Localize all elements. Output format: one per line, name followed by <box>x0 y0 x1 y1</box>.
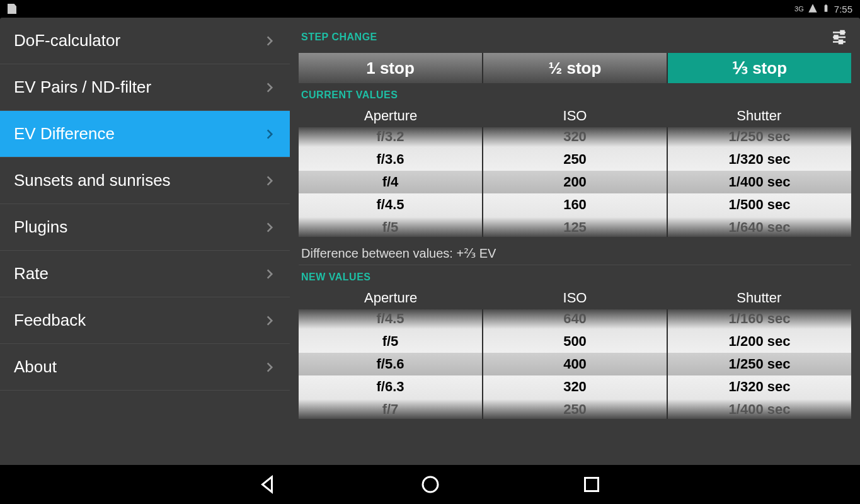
picker-row: 200 <box>483 171 667 193</box>
android-navbar <box>0 465 860 504</box>
home-button[interactable] <box>419 473 442 496</box>
new-pickers: f/4.5f/5f/5.6f/6.3f/76405004003202501/16… <box>299 309 851 419</box>
sidebar-item-label: Rate <box>14 264 49 284</box>
sd-card-icon <box>8 4 16 14</box>
step-change-label: STEP CHANGE <box>301 32 377 43</box>
chevron-right-icon <box>263 171 276 190</box>
picker-row: f/4.5 <box>299 309 482 330</box>
sidebar: DoF-calculatorEV Pairs / ND-filterEV Dif… <box>0 18 290 465</box>
sidebar-item-ev-pairs-nd-filter[interactable]: EV Pairs / ND-filter <box>0 64 290 111</box>
sidebar-item-about[interactable]: About <box>0 344 290 391</box>
sidebar-item-label: EV Pairs / ND-filter <box>14 77 151 97</box>
chevron-right-icon <box>263 78 276 97</box>
picker-row: 320 <box>483 127 667 148</box>
picker-row: 1/640 sec <box>668 216 851 237</box>
picker-row: f/4.5 <box>299 193 482 216</box>
new-headers: Aperture ISO Shutter <box>299 287 851 309</box>
current-headers: Aperture ISO Shutter <box>299 105 851 127</box>
sidebar-item-plugins[interactable]: Plugins <box>0 204 290 251</box>
recents-button[interactable] <box>580 473 603 496</box>
main-pane: STEP CHANGE 1 stop½ stop⅓ stop CURRENT V… <box>290 18 860 465</box>
current-values-label: CURRENT VALUES <box>299 86 851 105</box>
picker-row: f/7 <box>299 398 482 419</box>
difference-text: Difference between values: +⅔ EV <box>299 237 851 265</box>
picker-row: 1/250 sec <box>668 127 851 148</box>
picker-row: f/3.2 <box>299 127 482 148</box>
step-option-2[interactable]: ⅓ stop <box>668 53 851 83</box>
header-shutter: Shutter <box>667 108 851 124</box>
svg-rect-5 <box>839 40 842 43</box>
svg-rect-1 <box>841 31 844 34</box>
picker-row: 1/400 sec <box>668 398 851 419</box>
network-indicator: 3G <box>794 5 804 13</box>
picker-row: 400 <box>483 353 667 375</box>
new-values-label: NEW VALUES <box>299 265 851 287</box>
svg-rect-3 <box>835 36 838 39</box>
picker-row: 1/320 sec <box>668 148 851 171</box>
picker-row: f/5.6 <box>299 353 482 375</box>
chevron-right-icon <box>263 32 276 50</box>
signal-icon <box>808 3 818 15</box>
picker-row: 1/200 sec <box>668 330 851 353</box>
header-iso: ISO <box>483 290 667 306</box>
sidebar-item-label: Feedback <box>14 311 86 330</box>
header-shutter: Shutter <box>667 290 851 306</box>
chevron-right-icon <box>263 358 276 377</box>
status-bar: 3G 7:55 <box>0 0 860 18</box>
battery-icon <box>822 3 830 15</box>
step-option-1[interactable]: ½ stop <box>483 53 668 83</box>
svg-rect-7 <box>585 478 598 491</box>
picker-row: 250 <box>483 148 667 171</box>
header-iso: ISO <box>483 108 667 124</box>
picker-row: 1/160 sec <box>668 309 851 330</box>
sidebar-item-label: About <box>14 357 57 377</box>
current-pickers: f/3.2f/3.6f/4f/4.5f/53202502001601251/25… <box>299 127 851 237</box>
picker-row: f/3.6 <box>299 148 482 171</box>
step-option-0[interactable]: 1 stop <box>299 53 483 83</box>
picker-row: f/6.3 <box>299 375 482 398</box>
picker-row: 320 <box>483 375 667 398</box>
picker-row: 1/400 sec <box>668 171 851 193</box>
picker-row: f/5 <box>299 216 482 237</box>
picker-iso[interactable]: 320250200160125 <box>483 127 668 237</box>
picker-shutter[interactable]: 1/250 sec1/320 sec1/400 sec1/500 sec1/64… <box>668 127 851 237</box>
chevron-right-icon <box>263 265 276 284</box>
picker-row: 250 <box>483 398 667 419</box>
picker-row: 1/500 sec <box>668 193 851 216</box>
sidebar-item-label: EV Difference <box>14 124 115 144</box>
sidebar-item-dof-calculator[interactable]: DoF-calculator <box>0 18 290 64</box>
sidebar-item-feedback[interactable]: Feedback <box>0 297 290 344</box>
picker-aperture[interactable]: f/4.5f/5f/5.6f/6.3f/7 <box>299 309 483 419</box>
picker-row: 1/250 sec <box>668 353 851 375</box>
picker-aperture[interactable]: f/3.2f/3.6f/4f/4.5f/5 <box>299 127 483 237</box>
sidebar-item-sunsets-and-sunrises[interactable]: Sunsets and sunrises <box>0 158 290 204</box>
picker-row: 125 <box>483 216 667 237</box>
picker-shutter[interactable]: 1/160 sec1/200 sec1/250 sec1/320 sec1/40… <box>668 309 851 419</box>
step-change-segmented: 1 stop½ stop⅓ stop <box>299 53 851 83</box>
sidebar-item-ev-difference[interactable]: EV Difference <box>0 111 290 158</box>
picker-row: f/5 <box>299 330 482 353</box>
sliders-icon[interactable] <box>830 28 849 47</box>
picker-row: 640 <box>483 309 667 330</box>
picker-iso[interactable]: 640500400320250 <box>483 309 668 419</box>
back-button[interactable] <box>258 473 280 496</box>
chevron-right-icon <box>263 218 276 237</box>
sidebar-item-label: Plugins <box>14 217 67 237</box>
chevron-right-icon <box>263 125 276 144</box>
header-aperture: Aperture <box>299 108 483 124</box>
sidebar-item-rate[interactable]: Rate <box>0 251 290 297</box>
header-aperture: Aperture <box>299 290 483 306</box>
picker-row: 1/320 sec <box>668 375 851 398</box>
sidebar-item-label: Sunsets and sunrises <box>14 171 171 190</box>
chevron-right-icon <box>263 311 276 330</box>
picker-row: 500 <box>483 330 667 353</box>
picker-row: 160 <box>483 193 667 216</box>
status-clock: 7:55 <box>834 4 852 14</box>
sidebar-item-label: DoF-calculator <box>14 31 120 50</box>
svg-point-6 <box>423 477 438 492</box>
picker-row: f/4 <box>299 171 482 193</box>
